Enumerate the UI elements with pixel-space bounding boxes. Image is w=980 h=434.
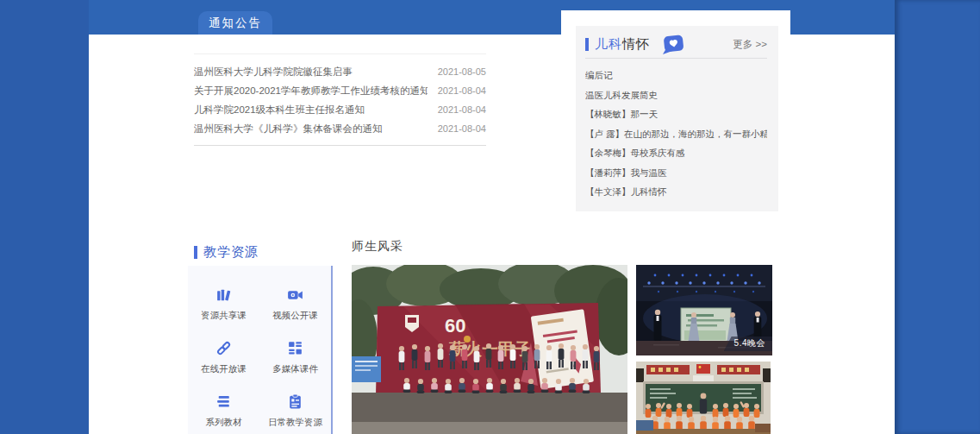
notice-date: 2021-08-04 [438,104,486,115]
classroom-photo-image [636,362,771,434]
teaching-resources-header: 教学资源 [194,244,259,261]
heart-bubble-icon [661,35,684,55]
pediatric-sentiment-card: 儿科情怀 更多 >> 编后记 温医儿科发展简史 【林晓敏】那一天 【卢 露】在山… [561,10,790,218]
classroom-photo[interactable] [636,362,771,434]
stage-photo-caption: 5.4晚会 [724,337,772,351]
resource-shared-course[interactable]: 资源共享课 [188,280,259,334]
sentiment-item[interactable]: 【卢 露】在山的那边，海的那边，有一群小精灵 [585,124,767,144]
resource-label: 资源共享课 [201,310,247,322]
clipboard-icon [286,393,304,411]
pediatric-sentiment-header: 儿科情怀 更多 >> [585,26,767,59]
sentiment-item[interactable]: 温医儿科发展简史 [585,85,767,105]
accent-bar [585,38,589,51]
group-photo[interactable]: 60 薪火一甲子 [352,265,627,434]
notice-row[interactable]: 关于开展2020-2021学年教师教学工作业绩考核的通知 2021-08-04 [194,81,486,100]
resource-open-video-course[interactable]: 视频公开课 [259,280,331,334]
notice-title[interactable]: 儿科学院2021级本科生班主任报名通知 [194,104,365,116]
notice-title[interactable]: 关于开展2020-2021学年教师教学工作业绩考核的通知 [194,85,428,97]
resource-label: 视频公开课 [272,310,318,322]
notice-date: 2021-08-05 [438,66,486,77]
resource-label: 多媒体课件 [272,363,318,375]
pediatric-sentiment-title: 儿科情怀 [595,36,650,53]
notice-date: 2021-08-04 [438,123,486,134]
notice-list: 温州医科大学儿科学院院徽征集启事 2021-08-05 关于开展2020-202… [194,53,486,146]
resource-daily-teaching[interactable]: 日常教学资源 [259,387,331,434]
resource-label: 日常教学资源 [268,417,322,429]
more-link[interactable]: 更多 >> [733,38,767,51]
pediatric-sentiment-panel: 儿科情怀 更多 >> 编后记 温医儿科发展简史 【林晓敏】那一天 【卢 露】在山… [576,26,778,211]
resource-textbook-series[interactable]: 系列教材 [188,387,259,434]
sentiment-item[interactable]: 【牛文泽】儿科情怀 [585,182,767,202]
title-rest: 情怀 [622,36,650,51]
vertical-divider [331,266,333,434]
group-photo-image: 60 薪火一甲子 [352,265,627,434]
sentiment-item[interactable]: 编后记 [585,66,767,85]
teaching-resources-title: 教学资源 [203,244,259,261]
notice-row[interactable]: 儿科学院2021级本科生班主任报名通知 2021-08-04 [194,100,486,119]
resource-label: 在线开放课 [201,363,247,375]
notice-row[interactable]: 温州医科大学儿科学院院徽征集启事 2021-08-05 [194,62,486,81]
sentiment-item[interactable]: 【潘莉萍】我与温医 [585,163,767,183]
books-icon [215,286,233,304]
pediatric-sentiment-list: 编后记 温医儿科发展简史 【林晓敏】那一天 【卢 露】在山的那边，海的那边，有一… [576,59,778,202]
accent-bar [194,246,197,259]
anniversary-logo-text: 60 [445,315,465,337]
notice-title[interactable]: 温州医科大学《儿科学》集体备课会的通知 [194,123,383,135]
tab-notice-announcements[interactable]: 通知公告 [198,11,272,35]
sentiment-item[interactable]: 【林晓敏】那一天 [585,104,767,124]
pediatrics-college-page: 通知公告 温州医科大学儿科学院院徽征集启事 2021-08-05 关于开展202… [0,0,980,434]
gallery-title: 师生风采 [352,239,403,255]
title-highlight: 儿科 [595,36,622,51]
notice-date: 2021-08-04 [438,85,486,96]
blocks-icon [286,339,304,357]
list-bars-icon [215,393,233,411]
resource-online-open-course[interactable]: 在线开放课 [188,334,259,387]
resource-multimedia-courseware[interactable]: 多媒体课件 [259,334,331,387]
left-blue-column [0,0,89,434]
teaching-resources-panel: 资源共享课 视频公开课 在线开放课 [188,266,331,434]
notice-row[interactable]: 温州医科大学《儿科学》集体备课会的通知 2021-08-04 [194,119,486,138]
video-camera-icon [286,286,304,304]
stage-photo[interactable]: 5.4晚会 [636,265,772,355]
resource-label: 系列教材 [206,417,242,429]
sentiment-item[interactable]: 【余琴梅】母校系庆有感 [585,143,767,163]
notice-title[interactable]: 温州医科大学儿科学院院徽征集启事 [194,66,353,79]
chain-link-icon [215,339,233,357]
right-blue-column [895,0,980,434]
